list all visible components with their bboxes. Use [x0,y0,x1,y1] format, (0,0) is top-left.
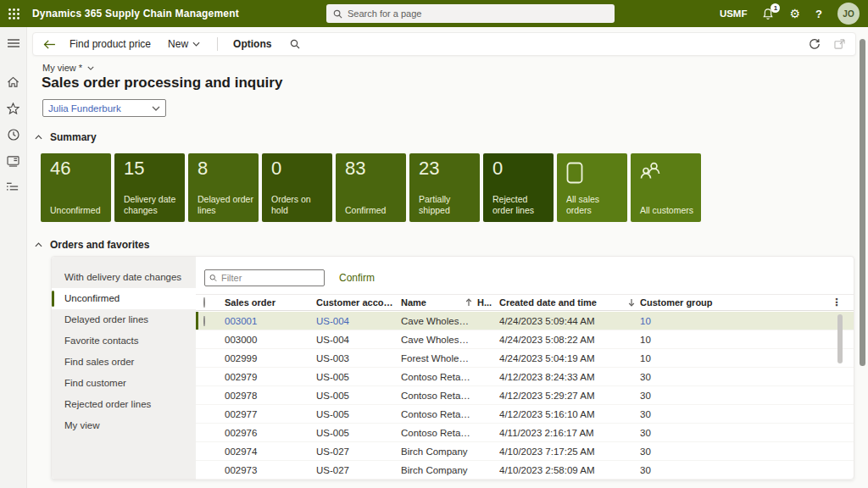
modules-button[interactable] [6,180,21,195]
orders-nav-item[interactable]: Find sales order [52,352,196,373]
open-in-new-window-button[interactable] [834,39,845,49]
cell-customer-account[interactable]: US-027 [316,446,401,457]
summary-tile[interactable]: 23 Partially shipped [409,153,480,222]
person-filter-dropdown[interactable]: Julia Funderburk [42,99,166,117]
cell-customer-group[interactable]: 10 [640,335,742,345]
orders-nav-item[interactable]: Rejected order lines [52,394,196,415]
summary-section-header[interactable]: Summary [35,131,97,143]
table-row[interactable]: 003000 US-004 Cave Wholesales 4/24/2023 … [196,330,854,349]
tile-label: Delivery date changes [124,194,180,216]
user-avatar[interactable]: JO [837,3,860,25]
table-row[interactable]: 002978 US-005 Contoso Retail Se... 4/12/… [196,386,854,405]
table-row[interactable]: 002977 US-005 Contoso Retail Se... 4/12/… [196,405,854,424]
app-title[interactable]: Dynamics 365 Supply Chain Management [32,8,239,19]
toolbar-search-button[interactable] [290,39,300,49]
cell-name: Cave Wholesales [401,316,477,326]
cell-customer-account[interactable]: US-004 [316,316,401,326]
summary-tile[interactable]: 83 Confirmed [336,153,406,222]
cell-customer-group[interactable]: 30 [640,465,742,475]
help-button[interactable]: ? [815,8,822,20]
table-row[interactable]: 002974 US-027 Birch Company 4/10/2023 7:… [196,442,854,461]
summary-tile[interactable]: 0 Orders on hold [262,153,332,222]
orders-nav-item[interactable]: My view [52,415,196,436]
options-menu-button[interactable]: Options [233,38,271,50]
view-selector[interactable]: My view * [42,63,94,73]
cell-customer-account[interactable]: US-005 [316,428,401,438]
favorites-button[interactable] [6,101,21,116]
cell-created: 4/24/2023 5:09:44 AM [499,316,640,326]
cell-sales-order[interactable]: 002979 [225,372,316,382]
cell-sales-order[interactable]: 003001 [225,316,316,326]
summary-tile[interactable]: All sales orders [557,153,627,222]
recent-button[interactable] [6,127,21,142]
company-selector[interactable]: USMF [720,8,748,19]
table-row[interactable]: 002979 US-005 Contoso Retail Se... 4/12/… [196,368,854,386]
summary-tile[interactable]: 15 Delivery date changes [114,153,185,222]
cell-customer-account[interactable]: US-005 [316,409,401,419]
cell-customer-account[interactable]: US-027 [316,465,401,475]
refresh-button[interactable] [809,38,821,50]
new-menu-button[interactable]: New [168,38,200,50]
column-customer-group[interactable]: Customer group [640,297,742,308]
cell-customer-account[interactable]: US-005 [316,391,401,401]
table-scrollbar-thumb[interactable] [837,314,843,363]
cell-sales-order[interactable]: 003000 [225,335,316,345]
column-sales-order[interactable]: Sales order [225,297,316,308]
workspaces-button[interactable] [6,153,21,169]
app-launcher-icon[interactable] [0,0,27,27]
cell-customer-account[interactable]: US-005 [316,372,401,382]
cell-customer-group[interactable]: 30 [640,372,742,382]
tile-label: All sales orders [566,194,622,216]
table-row[interactable]: 003001 US-004 Cave Wholesales 4/24/2023 … [196,312,854,330]
expand-menu-button[interactable] [6,36,21,51]
cell-customer-group[interactable]: 30 [640,446,742,457]
home-button[interactable] [6,75,21,90]
table-row[interactable]: 002973 US-027 Birch Company 4/10/2023 2:… [196,461,854,480]
cell-customer-group[interactable]: 30 [640,409,742,419]
confirm-button[interactable]: Confirm [339,272,375,284]
row-checkbox[interactable] [203,316,205,326]
cell-sales-order[interactable]: 002978 [225,391,316,401]
cell-customer-group[interactable]: 10 [640,316,742,326]
back-button[interactable] [43,40,56,49]
grid-more-options-icon[interactable]: ⋮ [742,297,854,308]
global-search-input[interactable] [348,8,608,19]
cell-sales-order[interactable]: 002976 [225,428,316,438]
cell-sales-order[interactable]: 002973 [225,465,316,475]
orders-nav-item[interactable]: Find customer [52,373,196,394]
column-hold[interactable]: H... [477,297,499,308]
tile-label: Confirmed [345,205,401,216]
cell-sales-order[interactable]: 002974 [225,446,316,457]
tile-label: All customers [640,205,696,216]
orders-nav-item[interactable]: Favorite contacts [52,330,196,352]
settings-button[interactable]: ⚙ [789,8,800,19]
summary-tile[interactable]: 46 Unconfirmed [41,153,111,222]
summary-tile[interactable]: 0 Rejected order lines [483,153,554,222]
table-row[interactable]: 002999 US-003 Forest Wholesales 4/24/202… [196,349,854,368]
cell-customer-group[interactable]: 10 [640,353,742,363]
table-header-row: Sales order Customer account Name H... C… [196,294,854,311]
summary-tile[interactable]: All customers [631,153,701,222]
cell-customer-group[interactable]: 30 [640,391,742,401]
column-name[interactable]: Name [401,297,477,308]
table-row[interactable]: 002976 US-005 Contoso Retail Se... 4/11/… [196,424,854,442]
page-scrollbar-thumb[interactable] [860,39,865,366]
cell-customer-group[interactable]: 30 [640,428,742,438]
cell-sales-order[interactable]: 002977 [225,409,316,419]
grid-filter-input[interactable] [221,273,320,283]
cell-sales-order[interactable]: 002999 [225,353,316,363]
summary-tile[interactable]: 8 Delayed order lines [188,153,259,222]
orders-nav-item[interactable]: Delayed order lines [52,309,196,330]
column-created[interactable]: Created date and time [499,297,640,308]
notifications-button[interactable]: 1 [762,8,774,20]
select-all-checkbox[interactable] [203,297,205,308]
grid-filter-box[interactable] [204,269,325,286]
orders-nav-item[interactable]: Unconfirmed [52,288,196,309]
cell-created: 4/10/2023 7:17:25 AM [499,446,640,457]
orders-section-header[interactable]: Orders and favorites [35,239,149,251]
orders-nav-item[interactable]: With delivery date changes [52,267,196,288]
column-customer-account[interactable]: Customer account [316,297,401,308]
global-search-box[interactable] [326,4,615,23]
cell-customer-account[interactable]: US-003 [316,353,401,363]
cell-customer-account[interactable]: US-004 [316,335,401,345]
